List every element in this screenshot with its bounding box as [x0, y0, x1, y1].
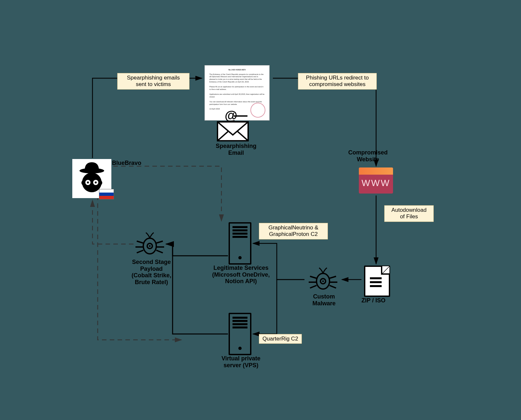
- doc-body: The Embassy of the Czech Republic presen…: [209, 73, 265, 106]
- label-c2-quarterrig: QuarterRig C2: [259, 334, 302, 344]
- www-text: WWW: [359, 175, 393, 188]
- label-text: Spearphishing emailssent to victims: [127, 75, 180, 87]
- label-text: Autodownloadof Files: [391, 207, 427, 220]
- svg-point-6: [95, 181, 97, 183]
- payload-label: Second StagePayload(Cobalt Strike,Brute …: [129, 259, 174, 286]
- svg-line-13: [310, 276, 317, 278]
- label-text: QuarterRig C2: [262, 336, 298, 342]
- vps-label: Virtual privateserver (VPS): [218, 355, 264, 369]
- svg-line-24: [137, 250, 143, 253]
- file-icon: [364, 266, 390, 297]
- svg-point-5: [87, 181, 89, 183]
- svg-line-27: [156, 250, 163, 253]
- payload-bug-icon: [134, 231, 166, 257]
- svg-rect-2: [81, 180, 102, 186]
- svg-line-22: [137, 241, 143, 243]
- svg-point-12: [322, 281, 324, 282]
- custom-malware-label: CustomMalware: [311, 293, 337, 307]
- svg-rect-9: [218, 122, 248, 141]
- svg-line-25: [156, 241, 163, 243]
- russia-flag-icon: [99, 189, 114, 199]
- svg-point-21: [149, 245, 151, 247]
- svg-line-15: [310, 285, 317, 288]
- email-icon: @: [215, 109, 251, 142]
- email-label: SpearphishingEmail: [215, 143, 257, 156]
- doc-header: No.1422-4/2023-MZV: [209, 69, 265, 71]
- stamp-icon: [250, 103, 265, 118]
- malware-bug-icon: [307, 267, 339, 293]
- threat-actor-label: BlueBravo: [112, 160, 141, 167]
- website-label: CompromisedWebsite: [342, 149, 394, 163]
- legit-server-icon: [229, 222, 251, 265]
- label-text: GraphicalNeutrino &GraphicalProton C2: [268, 224, 318, 237]
- label-autodownload: Autodownloadof Files: [384, 205, 434, 222]
- legit-services-label: Legitimate Services(Microsoft OneDrive,N…: [208, 265, 274, 285]
- label-text: Phishing URLs redirect tocompromised web…: [306, 75, 369, 87]
- vps-server-icon: [229, 313, 251, 355]
- zip-label: ZIP / ISO: [361, 297, 386, 304]
- label-spearphishing-sent: Spearphishing emailssent to victims: [117, 73, 190, 90]
- label-phishing-redirect: Phishing URLs redirect tocompromised web…: [298, 73, 377, 90]
- www-icon: WWW: [359, 167, 393, 194]
- label-c2-graphical: GraphicalNeutrino &GraphicalProton C2: [259, 223, 328, 239]
- svg-line-16: [330, 276, 336, 278]
- svg-line-18: [330, 285, 336, 288]
